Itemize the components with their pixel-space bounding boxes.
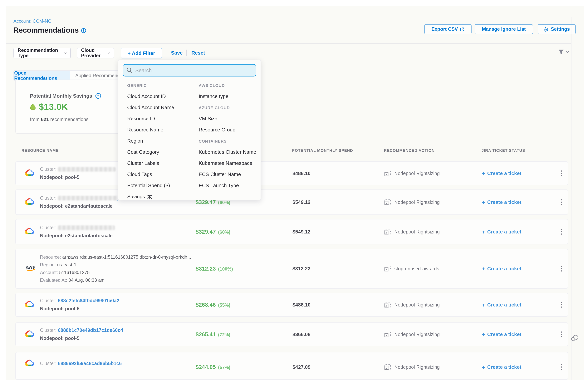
create-ticket-link[interactable]: +Create a ticket	[482, 364, 521, 370]
row-menu-button[interactable]	[560, 362, 564, 372]
nodepool-label: Nodepool:	[40, 175, 64, 180]
save-filter-link[interactable]: Save	[171, 50, 183, 56]
breadcrumb[interactable]: Account: CCM-NG	[14, 18, 52, 24]
savings-cell: $329.47(60%)	[196, 228, 230, 235]
account-label: Account:	[40, 270, 58, 275]
add-filter-button[interactable]: + Add Filter	[121, 48, 162, 58]
gcp-icon	[25, 227, 34, 236]
filter-option-ecs-cluster-name[interactable]: ECS Cluster Name	[199, 169, 258, 180]
create-ticket-link[interactable]: +Create a ticket	[482, 332, 521, 337]
table-row[interactable]: aws Resource: arn:aws:rds:us-east-1:5116…	[15, 249, 568, 288]
savings-sub-prefix: from	[30, 117, 41, 122]
manage-ignore-list-button[interactable]: Manage Ignore List	[475, 24, 533, 34]
action-cell: Nodepool Rightsizing	[384, 302, 440, 308]
row-menu-button[interactable]	[560, 300, 564, 309]
filter-option-instance-type[interactable]: Instance type	[199, 91, 258, 102]
app-canvas: Account: CCM-NG Recommendations Export C…	[6, 6, 584, 380]
savings-value: $244.05	[196, 364, 216, 370]
tab-open-recommendations[interactable]: Open Recommendations	[14, 71, 70, 80]
cloud-provider-filter[interactable]: Cloud Provider	[77, 48, 114, 58]
export-csv-button[interactable]: Export CSV	[424, 24, 472, 34]
info-icon[interactable]	[81, 28, 86, 33]
nodepool-value: pool-5	[65, 175, 80, 180]
filter-menu-button[interactable]	[558, 49, 569, 54]
filter-option-cloud-account-id[interactable]: Cloud Account ID	[127, 91, 196, 102]
filter-option-resource-group[interactable]: Resource Group	[199, 124, 258, 135]
cluster-link[interactable]: 6886e92f59a48cad86b5b1c6	[58, 361, 122, 366]
plus-icon: +	[482, 199, 486, 205]
table-row[interactable]: Cluster: Nodepool: pool-5 $488.10 Nodepo…	[15, 162, 568, 185]
filter-option-ecs-launch-type[interactable]: ECS Launch Type	[199, 180, 258, 191]
evaluated-label: Evaluated At:	[40, 278, 67, 283]
filter-option-cost-category[interactable]: Cost Category	[127, 146, 196, 158]
filter-option-kubernetes-cluster-name[interactable]: Kubernetes Cluster Name	[199, 146, 258, 158]
filter-option-kubernetes-namespace[interactable]: Kubernetes Namespace	[199, 158, 258, 169]
action-label: Nodepool Rightsizing	[394, 171, 440, 176]
help-chat-button[interactable]	[571, 334, 579, 343]
evaluated-line: Evaluated At: 04 Aug, 06:33 am	[40, 278, 191, 283]
create-ticket-link[interactable]: +Create a ticket	[482, 199, 521, 205]
savings-percent: (60%)	[218, 230, 230, 235]
save-reset-divider	[186, 50, 187, 56]
filter-option-vm-size[interactable]: VM Size	[199, 113, 258, 124]
add-filter-dropdown: GENERIC Cloud Account ID Cloud Account N…	[118, 60, 261, 200]
savings-percent: (55%)	[218, 302, 230, 308]
help-icon[interactable]: ?	[95, 93, 101, 99]
cluster-link[interactable]: 6888b1c70e49db17c1de60c4	[58, 328, 123, 333]
filter-option-resource-name[interactable]: Resource Name	[127, 124, 196, 135]
table-row[interactable]: Cluster: Nodepool: e2standar4autoscale $…	[15, 219, 568, 244]
filter-option-cloud-tags[interactable]: Cloud Tags	[127, 169, 196, 180]
redacted-cluster-name	[58, 226, 115, 230]
savings-cell: $244.05(57%)	[196, 364, 230, 370]
nodepool-label: Nodepool:	[40, 306, 64, 312]
row-menu-button[interactable]	[560, 264, 564, 273]
filter-option-resource-id[interactable]: Resource ID	[127, 113, 196, 124]
create-ticket-link[interactable]: +Create a ticket	[482, 229, 521, 234]
table-row[interactable]: Cluster: 688c2fefc84fbdc99801a0a2 Nodepo…	[15, 293, 568, 317]
create-ticket-link[interactable]: +Create a ticket	[482, 170, 521, 176]
search-input[interactable]	[122, 64, 256, 76]
create-ticket-label: Create a ticket	[487, 302, 522, 308]
resource-line: Resource: arn:aws:rds:us-east-1:51161680…	[40, 254, 191, 260]
table-row[interactable]: Cluster: ) Nodepool: e2standar4autoscale…	[15, 190, 568, 215]
savings-leaf-icon	[29, 104, 36, 110]
filter-option-cluster-labels[interactable]: Cluster Labels	[127, 158, 196, 169]
nodepool-label: Nodepool:	[40, 204, 64, 209]
row-menu-button[interactable]	[560, 169, 564, 178]
row-menu-button[interactable]	[560, 227, 564, 236]
nodepool-value: e2standar4autoscale	[65, 204, 112, 209]
gear-icon	[544, 27, 548, 32]
recommendations-page: Account: CCM-NG Recommendations Export C…	[0, 0, 588, 392]
savings-percent: (72%)	[218, 332, 230, 338]
filter-option-potential-spend[interactable]: Potential Spend ($)	[127, 180, 196, 191]
table-row[interactable]: Cluster: 6888b1c70e49db17c1de60c4 Nodepo…	[15, 322, 568, 346]
spend-cell: $488.10	[292, 302, 310, 308]
plus-icon: +	[482, 302, 486, 308]
nodepool-value: e2standar4autoscale	[65, 233, 112, 238]
row-menu-button[interactable]	[560, 198, 564, 206]
filter-option-savings[interactable]: Savings ($)	[127, 191, 196, 202]
table-row[interactable]: Cluster: 6886e92f59a48cad86b5b1c6 $244.0…	[15, 352, 568, 380]
cluster-link[interactable]: 688c2fefc84fbdc99801a0a2	[58, 298, 119, 304]
savings-card-label-row: Potential Monthly Savings ?	[30, 93, 101, 99]
savings-value: $312.23	[196, 266, 216, 272]
rightsizing-icon	[384, 332, 391, 337]
chat-bubbles-icon	[571, 334, 579, 342]
savings-cell: $265.41(72%)	[196, 331, 230, 338]
filter-option-cloud-account-name[interactable]: Cloud Account Name	[127, 102, 196, 113]
create-ticket-link[interactable]: +Create a ticket	[482, 266, 521, 272]
svg-text:aws: aws	[26, 264, 35, 270]
nodepool-line: Nodepool: e2standar4autoscale	[40, 233, 115, 238]
create-ticket-link[interactable]: +Create a ticket	[482, 302, 521, 308]
resource-details: Cluster: Nodepool: e2standar4autoscale	[40, 225, 115, 238]
settings-button[interactable]: Settings	[538, 24, 576, 34]
recommendation-type-filter[interactable]: Recommendation Type	[14, 48, 71, 58]
row-menu-button[interactable]	[560, 330, 564, 339]
filter-option-region[interactable]: Region	[127, 135, 196, 146]
savings-value: $265.41	[196, 331, 216, 338]
savings-percent: (100%)	[218, 266, 233, 272]
resource-label: Resource:	[40, 254, 61, 260]
filterbar-divider	[6, 64, 571, 64]
savings-value: $329.47	[196, 229, 216, 235]
reset-filter-link[interactable]: Reset	[192, 50, 205, 56]
